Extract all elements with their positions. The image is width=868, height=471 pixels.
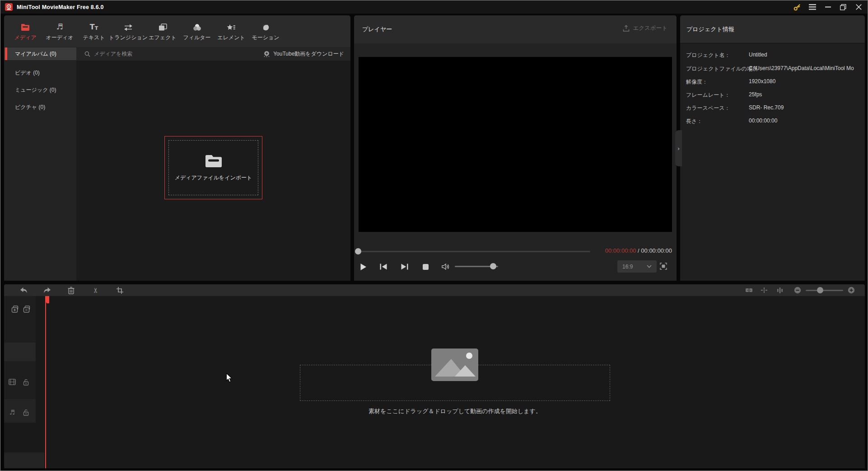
delete-button[interactable] bbox=[65, 284, 77, 296]
seek-bar[interactable] bbox=[358, 251, 590, 252]
aspect-ratio-select[interactable]: 16:9 bbox=[617, 260, 657, 273]
project-info-rows: プロジェクト名： Untitled プロジェクトファイルの場所： C:\User… bbox=[680, 44, 865, 281]
aspect-ratio-value: 16:9 bbox=[622, 264, 633, 270]
text-icon: TT bbox=[90, 22, 98, 31]
effect-squares-icon bbox=[159, 22, 167, 31]
timeline-body: ♬ 素材をここにドラッグ＆ドロップして動画の作成を開始します。 bbox=[4, 296, 865, 468]
timeline-zoom-handle[interactable] bbox=[817, 287, 823, 293]
crop-button[interactable] bbox=[113, 284, 126, 296]
tab-media[interactable]: メディア bbox=[8, 15, 42, 47]
project-info-row: プロジェクトファイルの場所： C:\Users\23977\AppData\Lo… bbox=[680, 65, 865, 72]
export-button[interactable]: エクスポート bbox=[623, 24, 667, 32]
resolution-value: 1920x1080 bbox=[749, 78, 775, 85]
framerate-label: フレームレート： bbox=[686, 91, 730, 99]
player-title: プレイヤー bbox=[362, 25, 392, 33]
seek-handle[interactable] bbox=[355, 248, 361, 254]
sidebar-item-label: マイアルバム (0) bbox=[15, 50, 56, 58]
fit-timeline-button[interactable] bbox=[742, 284, 755, 296]
sidebar-item-label: ビデオ (0) bbox=[15, 69, 40, 77]
resolution-label: 解像度： bbox=[686, 78, 708, 86]
colorspace-label: カラースペース： bbox=[686, 104, 730, 112]
audio-track-lock-button[interactable] bbox=[22, 409, 29, 416]
video-preview[interactable] bbox=[359, 57, 672, 232]
scissors-icon: ✂ bbox=[92, 287, 100, 293]
tab-label: エレメント bbox=[217, 34, 245, 42]
search-input[interactable]: メディアを検索 bbox=[84, 50, 263, 58]
sidebar-item-label: ミュージック (0) bbox=[15, 86, 56, 94]
motion-sphere-icon bbox=[262, 22, 270, 31]
media-panel: メディア ♬ オーディオ TT テキスト トランジション エフェクト bbox=[4, 15, 350, 281]
zoom-to-point-button[interactable] bbox=[758, 284, 770, 296]
total-time: 00:00:00:00 bbox=[641, 247, 672, 254]
license-key-icon[interactable] bbox=[789, 0, 805, 14]
panel-collapse-handle[interactable]: › bbox=[675, 130, 682, 166]
add-track-button[interactable] bbox=[10, 305, 19, 314]
maximize-button[interactable] bbox=[835, 0, 851, 14]
previous-frame-button[interactable] bbox=[377, 261, 390, 273]
download-icon bbox=[263, 51, 270, 57]
media-search-row: メディアを検索 YouTube動画をダウンロード bbox=[76, 47, 350, 61]
project-name-value: Untitled bbox=[749, 52, 767, 58]
timeline-drop-hint: 素材をここにドラッグ＆ドロップして動画の作成を開始します。 bbox=[300, 407, 610, 415]
fullscreen-button[interactable] bbox=[660, 263, 667, 272]
tab-label: テキスト bbox=[83, 34, 105, 42]
zoom-out-button[interactable] bbox=[791, 284, 804, 296]
minimize-button[interactable] bbox=[820, 0, 835, 14]
import-dropzone: メディアファイルをインポート bbox=[168, 140, 258, 195]
project-info-row: 解像度： 1920x1080 bbox=[680, 78, 865, 85]
tab-transition[interactable]: トランジション bbox=[111, 15, 145, 47]
play-button[interactable] bbox=[357, 261, 369, 273]
volume-icon[interactable] bbox=[439, 261, 452, 273]
filter-circles-icon bbox=[193, 22, 201, 31]
project-info-panel: プロジェクト情報 プロジェクト名： Untitled プロジェクトファイルの場所… bbox=[680, 15, 865, 281]
timeline-zoom-slider[interactable] bbox=[806, 290, 843, 291]
tab-bar: メディア ♬ オーディオ TT テキスト トランジション エフェクト bbox=[4, 15, 350, 47]
youtube-download-button[interactable]: YouTube動画をダウンロード bbox=[263, 50, 344, 58]
remove-track-button[interactable] bbox=[22, 305, 31, 314]
player-header: プレイヤー エクスポート bbox=[354, 15, 677, 43]
project-info-title: プロジェクト情報 bbox=[686, 25, 734, 33]
image-placeholder-icon bbox=[431, 349, 478, 381]
player-panel: プレイヤー エクスポート 00:00:00:00 / 00:00:00:00 bbox=[354, 15, 677, 281]
tab-label: トランジション bbox=[109, 34, 148, 42]
export-icon bbox=[623, 25, 630, 32]
project-name-label: プロジェクト名： bbox=[686, 52, 730, 59]
redo-button[interactable] bbox=[41, 284, 53, 296]
sidebar-item-video[interactable]: ビデオ (0) bbox=[4, 66, 76, 79]
window-title: MiniTool MovieMaker Free 8.6.0 bbox=[17, 4, 104, 10]
tab-effect[interactable]: エフェクト bbox=[145, 15, 180, 47]
current-time: 00:00:00:00 bbox=[605, 247, 636, 254]
search-placeholder: メディアを検索 bbox=[94, 50, 132, 58]
playhead-line[interactable] bbox=[45, 296, 46, 468]
transition-arrows-icon bbox=[124, 22, 133, 31]
volume-handle[interactable] bbox=[490, 263, 496, 269]
video-track-lock-button[interactable] bbox=[22, 378, 29, 386]
split-scissors-button[interactable]: ✂ bbox=[89, 284, 102, 296]
import-label: メディアファイルをインポート bbox=[175, 174, 252, 182]
tab-element[interactable]: エレメント bbox=[214, 15, 248, 47]
media-body: マイアルバム (0) ビデオ (0) ミュージック (0) ピクチャ (0) メ… bbox=[4, 47, 350, 281]
tab-audio[interactable]: ♬ オーディオ bbox=[42, 15, 77, 47]
menu-icon[interactable] bbox=[805, 0, 820, 14]
stop-button[interactable] bbox=[419, 261, 432, 273]
tab-text[interactable]: TT テキスト bbox=[77, 15, 111, 47]
undo-button[interactable] bbox=[17, 284, 30, 296]
next-frame-button[interactable] bbox=[398, 261, 411, 273]
import-media-button[interactable]: メディアファイルをインポート bbox=[164, 136, 262, 199]
sidebar-item-music[interactable]: ミュージック (0) bbox=[4, 84, 76, 96]
time-display: 00:00:00:00 / 00:00:00:00 bbox=[605, 247, 672, 254]
sidebar-item-my-album[interactable]: マイアルバム (0) bbox=[4, 47, 76, 60]
tab-motion[interactable]: モーション bbox=[248, 15, 283, 47]
mouse-cursor bbox=[226, 373, 233, 385]
tab-label: モーション bbox=[252, 34, 279, 42]
tab-label: メディア bbox=[14, 34, 36, 42]
track-height-button[interactable] bbox=[774, 284, 786, 296]
framerate-value: 25fps bbox=[749, 91, 762, 98]
close-button[interactable] bbox=[851, 0, 866, 14]
sidebar-item-picture[interactable]: ピクチャ (0) bbox=[4, 101, 76, 113]
sidebar-item-label: ピクチャ (0) bbox=[15, 104, 45, 111]
tab-filter[interactable]: フィルター bbox=[180, 15, 214, 47]
tab-label: オーディオ bbox=[46, 34, 73, 42]
zoom-in-button[interactable] bbox=[845, 284, 858, 296]
time-separator: / bbox=[636, 247, 641, 254]
